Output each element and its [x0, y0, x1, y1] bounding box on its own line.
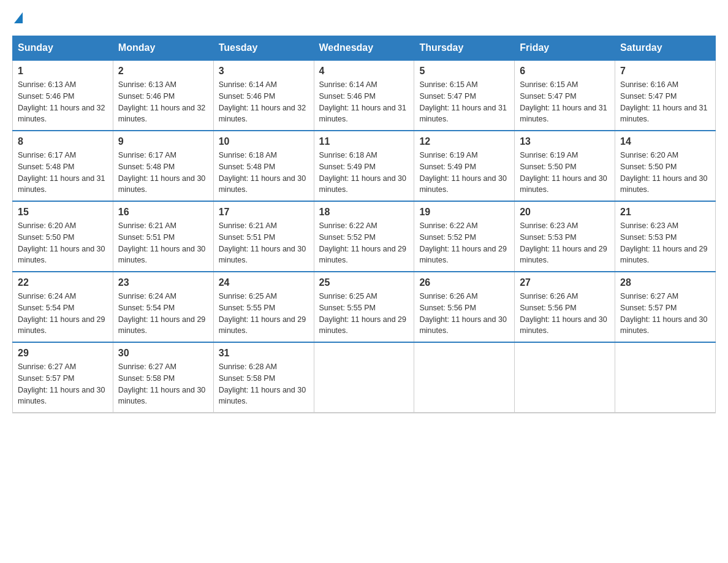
- day-number: 8: [18, 136, 108, 147]
- col-header-friday: Friday: [515, 36, 615, 61]
- calendar-cell: 24 Sunrise: 6:25 AMSunset: 5:55 PMDaylig…: [213, 272, 314, 342]
- day-number: 17: [219, 207, 309, 218]
- calendar-cell: 3 Sunrise: 6:14 AMSunset: 5:46 PMDayligh…: [213, 60, 314, 131]
- calendar-cell: 8 Sunrise: 6:17 AMSunset: 5:48 PMDayligh…: [13, 131, 113, 201]
- day-number: 12: [419, 136, 509, 147]
- day-info: Sunrise: 6:21 AMSunset: 5:51 PMDaylight:…: [118, 221, 205, 264]
- day-info: Sunrise: 6:16 AMSunset: 5:47 PMDaylight:…: [620, 80, 707, 123]
- day-number: 19: [419, 207, 509, 218]
- calendar-header-row: SundayMondayTuesdayWednesdayThursdayFrid…: [13, 36, 716, 61]
- day-number: 23: [118, 277, 208, 288]
- day-number: 27: [520, 277, 610, 288]
- calendar-cell: 23 Sunrise: 6:24 AMSunset: 5:54 PMDaylig…: [113, 272, 213, 342]
- calendar-cell: 22 Sunrise: 6:24 AMSunset: 5:54 PMDaylig…: [13, 272, 113, 342]
- day-number: 6: [520, 66, 610, 77]
- calendar-cell: 1 Sunrise: 6:13 AMSunset: 5:46 PMDayligh…: [13, 60, 113, 131]
- day-info: Sunrise: 6:27 AMSunset: 5:57 PMDaylight:…: [18, 362, 105, 405]
- day-number: 22: [18, 277, 108, 288]
- day-number: 28: [620, 277, 710, 288]
- day-number: 10: [219, 136, 309, 147]
- day-info: Sunrise: 6:22 AMSunset: 5:52 PMDaylight:…: [319, 221, 406, 264]
- day-info: Sunrise: 6:27 AMSunset: 5:57 PMDaylight:…: [620, 292, 707, 335]
- day-info: Sunrise: 6:15 AMSunset: 5:47 PMDaylight:…: [419, 80, 506, 123]
- calendar-cell: 15 Sunrise: 6:20 AMSunset: 5:50 PMDaylig…: [13, 201, 113, 272]
- calendar-cell: 7 Sunrise: 6:16 AMSunset: 5:47 PMDayligh…: [615, 60, 716, 131]
- calendar-cell: 30 Sunrise: 6:27 AMSunset: 5:58 PMDaylig…: [113, 342, 213, 413]
- col-header-thursday: Thursday: [414, 36, 515, 61]
- calendar-cell: [314, 342, 414, 413]
- day-info: Sunrise: 6:24 AMSunset: 5:54 PMDaylight:…: [118, 292, 205, 335]
- day-number: 18: [319, 207, 409, 218]
- calendar-week-row: 22 Sunrise: 6:24 AMSunset: 5:54 PMDaylig…: [13, 272, 716, 342]
- calendar-week-row: 8 Sunrise: 6:17 AMSunset: 5:48 PMDayligh…: [13, 131, 716, 201]
- calendar-cell: [515, 342, 615, 413]
- calendar-week-row: 1 Sunrise: 6:13 AMSunset: 5:46 PMDayligh…: [13, 60, 716, 131]
- calendar-cell: [414, 342, 515, 413]
- day-number: 11: [319, 136, 409, 147]
- calendar-table: SundayMondayTuesdayWednesdayThursdayFrid…: [12, 36, 716, 413]
- day-number: 2: [118, 66, 208, 77]
- day-info: Sunrise: 6:23 AMSunset: 5:53 PMDaylight:…: [620, 221, 707, 264]
- col-header-tuesday: Tuesday: [213, 36, 314, 61]
- day-info: Sunrise: 6:13 AMSunset: 5:46 PMDaylight:…: [118, 80, 205, 123]
- day-info: Sunrise: 6:17 AMSunset: 5:48 PMDaylight:…: [118, 151, 205, 194]
- day-info: Sunrise: 6:25 AMSunset: 5:55 PMDaylight:…: [219, 292, 306, 335]
- calendar-cell: 13 Sunrise: 6:19 AMSunset: 5:50 PMDaylig…: [515, 131, 615, 201]
- day-info: Sunrise: 6:19 AMSunset: 5:50 PMDaylight:…: [520, 151, 607, 194]
- logo: [12, 12, 23, 23]
- calendar-cell: 10 Sunrise: 6:18 AMSunset: 5:48 PMDaylig…: [213, 131, 314, 201]
- calendar-cell: 16 Sunrise: 6:21 AMSunset: 5:51 PMDaylig…: [113, 201, 213, 272]
- calendar-cell: 18 Sunrise: 6:22 AMSunset: 5:52 PMDaylig…: [314, 201, 414, 272]
- col-header-monday: Monday: [113, 36, 213, 61]
- logo-triangle-icon: [14, 12, 23, 23]
- col-header-saturday: Saturday: [615, 36, 716, 61]
- col-header-wednesday: Wednesday: [314, 36, 414, 61]
- calendar-cell: 4 Sunrise: 6:14 AMSunset: 5:46 PMDayligh…: [314, 60, 414, 131]
- day-info: Sunrise: 6:27 AMSunset: 5:58 PMDaylight:…: [118, 362, 205, 405]
- calendar-cell: 2 Sunrise: 6:13 AMSunset: 5:46 PMDayligh…: [113, 60, 213, 131]
- day-info: Sunrise: 6:23 AMSunset: 5:53 PMDaylight:…: [520, 221, 607, 264]
- day-number: 26: [419, 277, 509, 288]
- calendar-week-row: 15 Sunrise: 6:20 AMSunset: 5:50 PMDaylig…: [13, 201, 716, 272]
- calendar-cell: 28 Sunrise: 6:27 AMSunset: 5:57 PMDaylig…: [615, 272, 716, 342]
- calendar-cell: 21 Sunrise: 6:23 AMSunset: 5:53 PMDaylig…: [615, 201, 716, 272]
- day-number: 1: [18, 66, 108, 77]
- calendar-cell: 20 Sunrise: 6:23 AMSunset: 5:53 PMDaylig…: [515, 201, 615, 272]
- day-info: Sunrise: 6:14 AMSunset: 5:46 PMDaylight:…: [219, 80, 306, 123]
- page-header: [12, 12, 716, 23]
- day-number: 16: [118, 207, 208, 218]
- day-info: Sunrise: 6:26 AMSunset: 5:56 PMDaylight:…: [419, 292, 506, 335]
- calendar-cell: 9 Sunrise: 6:17 AMSunset: 5:48 PMDayligh…: [113, 131, 213, 201]
- col-header-sunday: Sunday: [13, 36, 113, 61]
- calendar-cell: 12 Sunrise: 6:19 AMSunset: 5:49 PMDaylig…: [414, 131, 515, 201]
- day-number: 29: [18, 348, 108, 359]
- day-number: 9: [118, 136, 208, 147]
- day-number: 3: [219, 66, 309, 77]
- day-info: Sunrise: 6:19 AMSunset: 5:49 PMDaylight:…: [419, 151, 506, 194]
- day-info: Sunrise: 6:24 AMSunset: 5:54 PMDaylight:…: [18, 292, 105, 335]
- calendar-cell: 27 Sunrise: 6:26 AMSunset: 5:56 PMDaylig…: [515, 272, 615, 342]
- day-info: Sunrise: 6:17 AMSunset: 5:48 PMDaylight:…: [18, 151, 105, 194]
- calendar-cell: 25 Sunrise: 6:25 AMSunset: 5:55 PMDaylig…: [314, 272, 414, 342]
- day-number: 5: [419, 66, 509, 77]
- day-info: Sunrise: 6:26 AMSunset: 5:56 PMDaylight:…: [520, 292, 607, 335]
- calendar-cell: 31 Sunrise: 6:28 AMSunset: 5:58 PMDaylig…: [213, 342, 314, 413]
- day-number: 13: [520, 136, 610, 147]
- day-number: 4: [319, 66, 409, 77]
- day-info: Sunrise: 6:14 AMSunset: 5:46 PMDaylight:…: [319, 80, 406, 123]
- calendar-cell: 17 Sunrise: 6:21 AMSunset: 5:51 PMDaylig…: [213, 201, 314, 272]
- day-number: 24: [219, 277, 309, 288]
- day-number: 25: [319, 277, 409, 288]
- day-info: Sunrise: 6:18 AMSunset: 5:48 PMDaylight:…: [219, 151, 306, 194]
- day-number: 31: [219, 348, 309, 359]
- day-number: 30: [118, 348, 208, 359]
- day-number: 14: [620, 136, 710, 147]
- calendar-cell: 11 Sunrise: 6:18 AMSunset: 5:49 PMDaylig…: [314, 131, 414, 201]
- day-info: Sunrise: 6:15 AMSunset: 5:47 PMDaylight:…: [520, 80, 607, 123]
- calendar-cell: [615, 342, 716, 413]
- calendar-cell: 14 Sunrise: 6:20 AMSunset: 5:50 PMDaylig…: [615, 131, 716, 201]
- day-number: 21: [620, 207, 710, 218]
- calendar-cell: 6 Sunrise: 6:15 AMSunset: 5:47 PMDayligh…: [515, 60, 615, 131]
- day-info: Sunrise: 6:25 AMSunset: 5:55 PMDaylight:…: [319, 292, 406, 335]
- calendar-week-row: 29 Sunrise: 6:27 AMSunset: 5:57 PMDaylig…: [13, 342, 716, 413]
